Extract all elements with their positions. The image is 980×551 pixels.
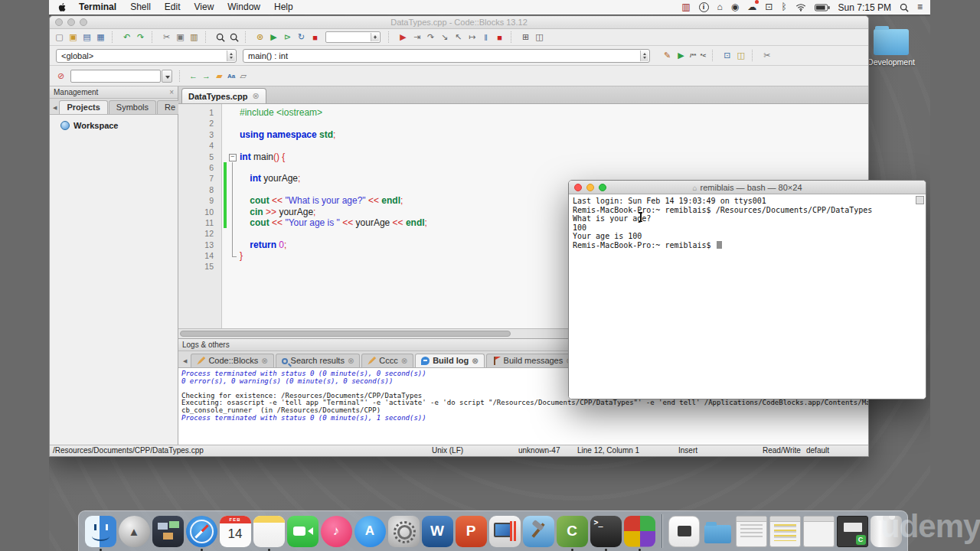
abort-button[interactable]: ■	[309, 31, 322, 44]
code-snippets-button[interactable]: ✂	[760, 49, 773, 62]
appstore-dock-icon[interactable]: A	[354, 516, 386, 547]
incsearch-dropdown-button[interactable]	[162, 70, 172, 83]
battery-menu-icon[interactable]	[815, 4, 830, 11]
incsearch-clear-button[interactable]: ⊘	[54, 70, 67, 83]
tab-close-icon[interactable]: ⊗	[261, 357, 267, 365]
spotlight-menu-icon[interactable]	[900, 3, 909, 12]
cloud-sync-menu-icon[interactable]: ☁	[747, 0, 756, 15]
rebuild-button[interactable]: ↻	[295, 31, 308, 44]
info-circle-menu-icon[interactable]: i	[699, 2, 709, 12]
terminal-dock-icon[interactable]: >_	[590, 516, 622, 547]
tab-close-icon[interactable]: ⊗	[401, 357, 407, 365]
launchpad-dock-icon[interactable]: ▲	[119, 516, 150, 547]
tab-scroll-left-icon[interactable]: ◀	[51, 105, 58, 114]
keychain-menu-icon[interactable]: ⌂	[717, 0, 723, 15]
workspace-tree-item[interactable]: Workspace	[60, 121, 178, 130]
logs-tab-scroll-left-icon[interactable]: ◀	[181, 358, 189, 367]
notification-center-menu-icon[interactable]: ≡	[917, 0, 923, 15]
logs-tab-build-log[interactable]: Build log⊗	[415, 354, 484, 367]
menu-shell[interactable]: Shell	[123, 0, 158, 15]
incsearch-prev-button[interactable]: ←	[187, 70, 200, 83]
replace-button[interactable]	[227, 31, 240, 44]
run-to-cursor-button[interactable]: ⇥	[410, 31, 423, 44]
run-html-button[interactable]: ◫	[734, 49, 747, 62]
next-instruction-button[interactable]: ↦	[466, 31, 479, 44]
save-button[interactable]: ▤	[80, 31, 93, 44]
editor-tab-datatypes[interactable]: DataTypes.cpp ⊗	[181, 88, 266, 103]
stop-debugger-button[interactable]: ■	[493, 31, 506, 44]
documents-folder-dock-icon[interactable]	[702, 516, 733, 547]
tab-close-icon[interactable]: ⊗	[348, 357, 354, 365]
menu-help[interactable]: Help	[267, 0, 300, 15]
build-target-combo[interactable]	[325, 31, 381, 43]
terminal-scrollbar[interactable]	[916, 196, 924, 204]
doxy-block-comment-button[interactable]: /**	[688, 49, 697, 62]
doxy-line-comment-button[interactable]: *<	[698, 49, 707, 62]
debugging-windows-button[interactable]: ⊞	[519, 31, 532, 44]
minimized-window-2-dock-icon[interactable]	[769, 516, 801, 547]
xcode-dock-icon[interactable]	[523, 516, 554, 547]
itunes-dock-icon[interactable]: ♪	[321, 516, 352, 547]
finder-dock-icon[interactable]	[85, 516, 116, 547]
bluetooth-menu-icon[interactable]: ᛒ	[781, 0, 786, 15]
minimized-window-1-dock-icon[interactable]	[736, 516, 767, 547]
menubar-clock[interactable]: Sun 7:15 PM	[838, 2, 891, 13]
build-target-combo-stepper[interactable]	[371, 33, 379, 41]
symbol-combo-stepper[interactable]	[640, 51, 648, 61]
match-case-button[interactable]: Aa	[226, 70, 237, 83]
various-info-button[interactable]: ◫	[533, 31, 546, 44]
editor-tab-close-icon[interactable]: ⊗	[252, 91, 259, 101]
mission-control-dock-icon[interactable]	[152, 516, 184, 547]
undo-button[interactable]: ↶	[120, 31, 133, 44]
logs-tab-cccc[interactable]: Cccc⊗	[361, 354, 413, 367]
goto-implementation-button[interactable]: ▶	[675, 49, 688, 62]
menu-terminal[interactable]: Terminal	[72, 0, 123, 15]
incsearch-next-button[interactable]: →	[200, 70, 213, 83]
cut-button[interactable]: ✂	[160, 31, 173, 44]
scope-combo-stepper[interactable]	[227, 51, 235, 61]
logs-tab-code-blocks[interactable]: Code::Blocks⊗	[191, 354, 273, 367]
time-machine-menu-icon[interactable]: ◉	[731, 0, 739, 15]
incremental-search-input[interactable]	[70, 70, 161, 83]
step-into-button[interactable]: ↘	[438, 31, 451, 44]
step-out-button[interactable]: ↖	[452, 31, 465, 44]
minimized-window-4-dock-icon[interactable]: C	[837, 516, 868, 547]
facetime-dock-icon[interactable]	[287, 516, 318, 547]
selected-text-only-button[interactable]: ▱	[237, 70, 250, 83]
save-all-button[interactable]: ▦	[94, 31, 107, 44]
run-button[interactable]: ▶	[267, 31, 280, 44]
colorful-cubes-dock-icon[interactable]	[624, 516, 655, 547]
apple-menu-icon[interactable]	[57, 2, 67, 12]
wifi-menu-icon[interactable]	[795, 3, 806, 11]
management-tab-projects[interactable]: Projects	[59, 100, 107, 114]
terminal-titlebar[interactable]: ⌂remiblais — bash — 80×24	[569, 181, 926, 194]
system-preferences-dock-icon[interactable]	[388, 516, 420, 547]
calendar-dock-icon[interactable]: FEB14	[220, 516, 251, 547]
logs-tab-build-messages[interactable]: Build messages⊗	[486, 354, 579, 367]
copy-button[interactable]: ▣	[174, 31, 187, 44]
open-file-button[interactable]: ▣	[67, 31, 80, 44]
installer-doc-dock-icon[interactable]	[668, 516, 700, 547]
menu-view[interactable]: View	[188, 0, 221, 15]
safari-dock-icon[interactable]	[186, 516, 217, 547]
extract-doc-button[interactable]: ⊡	[720, 49, 733, 62]
screen-recorder-menu-icon[interactable]: ▥	[681, 0, 690, 15]
parallels-dock-icon[interactable]	[489, 516, 521, 547]
management-tab-symbols[interactable]: Symbols	[109, 100, 156, 114]
minimized-window-3-dock-icon[interactable]	[803, 516, 835, 547]
menu-window[interactable]: Window	[220, 0, 267, 15]
find-button[interactable]	[214, 31, 227, 44]
word-dock-icon[interactable]: W	[422, 516, 453, 547]
build-and-run-button[interactable]: ⊳	[281, 31, 294, 44]
paste-button[interactable]: ▥	[188, 31, 201, 44]
debug-run-button[interactable]: ▶	[397, 31, 410, 44]
camtasia-dock-icon[interactable]: C	[557, 516, 588, 547]
terminal-content[interactable]: Last login: Sun Feb 14 19:03:49 on ttys0…	[569, 194, 926, 399]
next-line-button[interactable]: ↷	[424, 31, 437, 44]
highlight-occurrences-button[interactable]: ▰	[213, 70, 226, 83]
tab-close-icon[interactable]: ⊗	[472, 357, 478, 365]
new-file-button[interactable]: ▢	[53, 31, 66, 44]
build-button[interactable]: ⊛	[253, 31, 266, 44]
break-debugger-button[interactable]: ‖	[479, 31, 492, 44]
redo-button[interactable]: ↷	[134, 31, 147, 44]
